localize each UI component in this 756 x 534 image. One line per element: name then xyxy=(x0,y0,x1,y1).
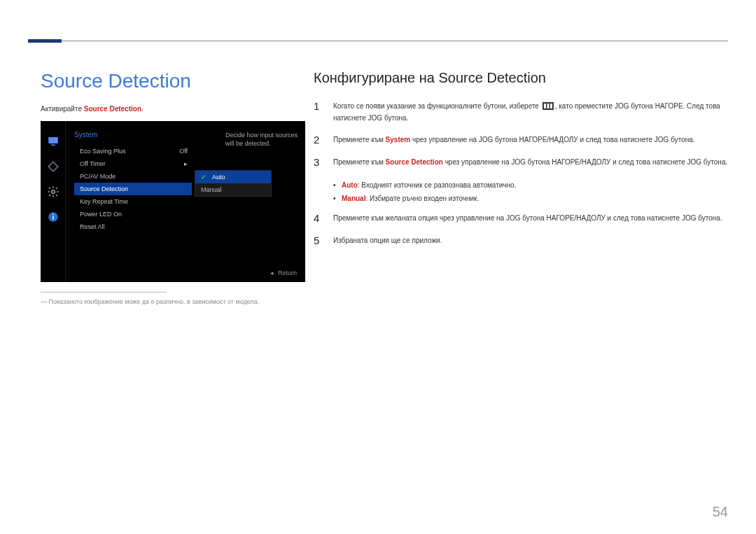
svg-rect-0 xyxy=(48,137,58,143)
svg-rect-1 xyxy=(51,145,55,146)
osd-item-pcav: PC/AV Mode xyxy=(74,170,192,183)
osd-section-title: System xyxy=(74,131,97,139)
osd-sidebar xyxy=(41,121,66,282)
step-3: 3 Преминете към Source Detection чрез уп… xyxy=(314,156,728,169)
bullet-auto: Auto: Входният източник се разпознава ав… xyxy=(333,178,728,192)
step-num-5: 5 xyxy=(314,234,323,247)
svg-point-3 xyxy=(51,190,55,194)
gear-icon xyxy=(46,184,61,199)
step-1-text: Когато се появи указание за функционални… xyxy=(333,100,728,124)
picture-icon xyxy=(46,159,61,174)
svg-rect-8 xyxy=(544,104,546,108)
step-1: 1 Когато се появи указание за функционал… xyxy=(314,100,728,124)
page-title: Source Detection xyxy=(41,70,191,92)
osd-sub-auto: ✓ Auto xyxy=(195,171,271,183)
osd-item-source-detection: Source Detection xyxy=(74,183,192,195)
osd-item-off-timer: Off Timer ▸ xyxy=(74,157,192,170)
osd-item-eco: Eco Saving Plus Off xyxy=(74,145,192,157)
check-icon: ✓ xyxy=(201,174,206,181)
svg-rect-5 xyxy=(52,216,54,220)
step-num-4: 4 xyxy=(314,212,323,225)
step-4-text: Преминете към желаната опция чрез управл… xyxy=(333,212,722,225)
header-accent xyxy=(28,39,62,43)
step-2: 2 Преминете към System чрез управление н… xyxy=(314,134,728,146)
step-num-3: 3 xyxy=(314,156,323,169)
page-number: 54 xyxy=(713,504,728,520)
return-arrow-icon: ◂ xyxy=(270,269,274,276)
left-column: Активирайте Source Detection. System Eco… xyxy=(41,105,303,305)
osd-submenu: ✓ Auto Manual xyxy=(195,170,272,197)
activate-bold: Source Detection xyxy=(84,105,141,113)
osd-item-power-led: Power LED On xyxy=(74,208,192,220)
svg-rect-9 xyxy=(547,104,549,108)
osd-item-reset-all: Reset All xyxy=(74,220,192,233)
step-5-text: Избраната опция ще се приложи. xyxy=(333,234,442,247)
configure-heading: Конфигуриране на Source Detection xyxy=(314,70,728,86)
activate-line: Активирайте Source Detection. xyxy=(41,105,303,113)
osd-menu-list: Eco Saving Plus Off Off Timer ▸ PC/AV Mo… xyxy=(74,145,192,233)
monitor-icon xyxy=(46,134,61,149)
osd-return-label: Return xyxy=(278,269,297,276)
right-column: Конфигуриране на Source Detection 1 Кога… xyxy=(314,70,728,257)
svg-rect-10 xyxy=(550,104,552,108)
step-2-text: Преминете към System чрез управление на … xyxy=(333,134,695,146)
osd-help-text: Decide how input sources will be detecte… xyxy=(225,131,300,148)
osd-screenshot: System Eco Saving Plus Off Off Timer ▸ P… xyxy=(41,121,305,282)
step-4: 4 Преминете към желаната опция чрез упра… xyxy=(314,212,728,225)
osd-item-key-repeat: Key Repeat Time xyxy=(74,195,192,208)
chevron-right-icon: ▸ xyxy=(184,160,188,167)
header-rule xyxy=(28,41,728,41)
info-icon xyxy=(46,209,61,225)
step-num-2: 2 xyxy=(314,134,323,146)
bullet-manual: Manual: Избирате ръчно входен източник. xyxy=(333,192,728,205)
image-caption: ― Показаното изображение може да е разли… xyxy=(41,298,303,305)
osd-sub-manual: Manual xyxy=(195,183,271,196)
menu-icon xyxy=(542,102,554,110)
svg-marker-2 xyxy=(48,162,58,171)
option-bullets: Auto: Входният източник се разпознава ав… xyxy=(314,178,728,205)
step-5: 5 Избраната опция ще се приложи. xyxy=(314,234,728,247)
step-3-text: Преминете към Source Detection чрез упра… xyxy=(333,156,727,169)
osd-footer: ◂ Return xyxy=(270,269,297,276)
step-num-1: 1 xyxy=(314,100,323,124)
activate-post: . xyxy=(141,105,144,113)
caption-rule xyxy=(41,292,167,293)
activate-pre: Активирайте xyxy=(41,105,84,113)
svg-rect-6 xyxy=(52,214,54,216)
